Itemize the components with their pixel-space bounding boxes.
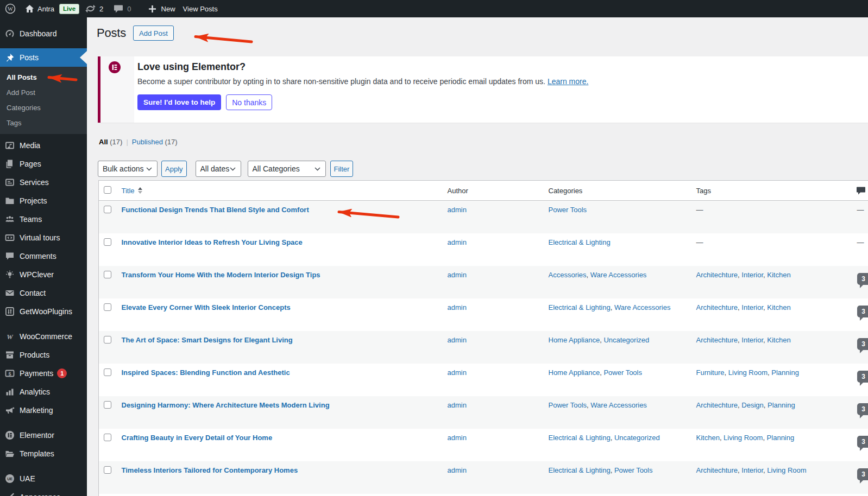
sidebar-item-teams[interactable]: Teams — [0, 210, 87, 228]
comment-count-bubble[interactable]: 3 — [857, 403, 868, 415]
post-title-link[interactable]: Elevate Every Corner With Sleek Interior… — [122, 303, 291, 311]
view-published[interactable]: Published (17) — [132, 138, 178, 146]
sidebar-item-pages[interactable]: Pages — [0, 155, 87, 173]
term-link[interactable]: Kitchen — [767, 303, 790, 311]
term-link[interactable]: Power Tools — [614, 466, 653, 474]
sidebar-item-templates[interactable]: Templates — [0, 444, 87, 463]
row-checkbox[interactable] — [104, 271, 111, 278]
term-link[interactable]: Architechture — [696, 303, 738, 311]
term-link[interactable]: Electrical & Lighting — [549, 434, 611, 442]
sidebar-item-posts[interactable]: Posts — [0, 48, 87, 67]
wordpress-logo-icon[interactable]: W — [5, 3, 16, 14]
new-menu[interactable]: New — [161, 5, 175, 13]
term-link[interactable]: Ware Accessories — [614, 303, 671, 311]
row-checkbox[interactable] — [104, 401, 111, 409]
row-checkbox[interactable] — [104, 336, 111, 344]
sidebar-item-products[interactable]: Products — [0, 346, 87, 364]
view-posts-link[interactable]: View Posts — [183, 5, 218, 13]
term-link[interactable]: Kitchen — [767, 271, 790, 279]
sidebar-item-dashboard[interactable]: Dashboard — [0, 24, 87, 43]
term-link[interactable]: Ware Accessories — [590, 271, 647, 279]
decline-button[interactable]: No thanks — [226, 94, 272, 110]
author-link[interactable]: admin — [448, 238, 467, 246]
term-link[interactable]: Home Appliance — [549, 336, 600, 344]
post-title-link[interactable]: Innovative Interior Ideas to Refresh You… — [122, 238, 303, 246]
site-name[interactable]: Antra — [37, 5, 54, 13]
sidebar-item-uae[interactable]: UEUAE — [0, 469, 87, 488]
author-link[interactable]: admin — [448, 206, 467, 214]
term-link[interactable]: Planning — [771, 368, 799, 377]
term-link[interactable]: Architechture — [696, 271, 738, 279]
term-link[interactable]: Design — [741, 401, 763, 409]
categories-select[interactable]: All Categories — [248, 161, 326, 177]
post-title-link[interactable]: Transform Your Home With the Modern Inte… — [122, 271, 320, 279]
author-link[interactable]: admin — [448, 434, 467, 442]
sidebar-item-getwooplugins[interactable]: GetWooPlugins — [0, 302, 87, 321]
sidebar-item-wpclever[interactable]: WPClever — [0, 265, 87, 284]
term-link[interactable]: Architechture — [696, 336, 738, 344]
sidebar-item-projects[interactable]: Projects — [0, 192, 87, 210]
plus-icon[interactable] — [148, 5, 156, 13]
author-link[interactable]: admin — [448, 271, 467, 279]
term-link[interactable]: Interior — [741, 466, 763, 474]
sidebar-subitem-all-posts[interactable]: All Posts — [0, 70, 87, 85]
dates-select[interactable]: All dates — [196, 161, 241, 177]
admin-comments-count[interactable]: 0 — [127, 5, 131, 13]
term-link[interactable]: Accessories — [549, 271, 587, 279]
add-post-button[interactable]: Add Post — [133, 26, 174, 41]
updates-count[interactable]: 2 — [99, 5, 103, 13]
sidebar-item-comments[interactable]: Comments — [0, 247, 87, 265]
sidebar-item-elementor[interactable]: Elementor — [0, 426, 87, 444]
term-link[interactable]: Electrical & Lighting — [549, 466, 611, 474]
sidebar-item-appearance[interactable]: Appearance — [0, 488, 87, 496]
updates-icon[interactable] — [85, 4, 96, 13]
bulk-actions-select[interactable]: Bulk actions — [98, 161, 158, 177]
post-title-link[interactable]: Timeless Interiors Tailored for Contempo… — [122, 466, 298, 474]
term-link[interactable]: Electrical & Lighting — [549, 238, 611, 246]
term-link[interactable]: Uncategorized — [603, 336, 649, 344]
sidebar-item-woocommerce[interactable]: WWooCommerce — [0, 327, 87, 346]
sidebar-item-contact[interactable]: Contact — [0, 284, 87, 302]
filter-button[interactable]: Filter — [330, 161, 354, 177]
apply-button[interactable]: Apply — [161, 161, 187, 177]
term-link[interactable]: Planning — [768, 401, 795, 409]
term-link[interactable]: Power Tools — [549, 206, 587, 214]
term-link[interactable]: Electrical & Lighting — [549, 303, 611, 311]
sidebar-item-services[interactable]: Services — [0, 173, 87, 192]
term-link[interactable]: Power Tools — [603, 368, 642, 377]
sidebar-item-media[interactable]: Media — [0, 136, 87, 155]
term-link[interactable]: Ware Accessories — [590, 401, 647, 409]
sidebar-item-analytics[interactable]: Analytics — [0, 383, 87, 401]
sidebar-subitem-tags[interactable]: Tags — [0, 116, 87, 131]
comment-count-bubble[interactable]: 3 — [857, 371, 868, 383]
row-checkbox[interactable] — [104, 434, 111, 441]
author-link[interactable]: admin — [448, 466, 467, 474]
comment-count-bubble[interactable]: 3 — [857, 306, 868, 317]
author-link[interactable]: admin — [448, 401, 467, 409]
term-link[interactable]: Uncategorized — [614, 434, 660, 442]
row-checkbox[interactable] — [104, 206, 111, 213]
post-title-link[interactable]: Designing Harmony: Where Architecture Me… — [122, 401, 330, 409]
sidebar-item-payments[interactable]: $Payments1 — [0, 364, 87, 383]
term-link[interactable]: Interior — [741, 336, 763, 344]
term-link[interactable]: Interior — [741, 271, 763, 279]
row-checkbox[interactable] — [104, 238, 111, 246]
row-checkbox[interactable] — [104, 368, 111, 376]
title-column-header[interactable]: Title — [122, 187, 142, 195]
author-link[interactable]: admin — [448, 303, 467, 311]
row-checkbox[interactable] — [104, 303, 111, 311]
sidebar-item-marketing[interactable]: Marketing — [0, 401, 87, 419]
accept-button[interactable]: Sure! I'd love to help — [137, 94, 221, 110]
comment-count-bubble[interactable]: 3 — [857, 273, 868, 285]
learn-more-link[interactable]: Learn more. — [548, 77, 588, 86]
home-icon[interactable] — [26, 5, 34, 12]
term-link[interactable]: Kitchen — [696, 434, 720, 442]
term-link[interactable]: Living Room — [767, 466, 806, 474]
term-link[interactable]: Planning — [767, 434, 795, 442]
term-link[interactable]: Living Room — [724, 434, 763, 442]
term-link[interactable]: Interior — [741, 303, 763, 311]
select-all-checkbox[interactable] — [104, 186, 111, 194]
comment-count-bubble[interactable]: 3 — [857, 436, 868, 448]
term-link[interactable]: Home Appliance — [549, 368, 600, 377]
post-title-link[interactable]: The Art of Space: Smart Designs for Eleg… — [122, 336, 293, 344]
